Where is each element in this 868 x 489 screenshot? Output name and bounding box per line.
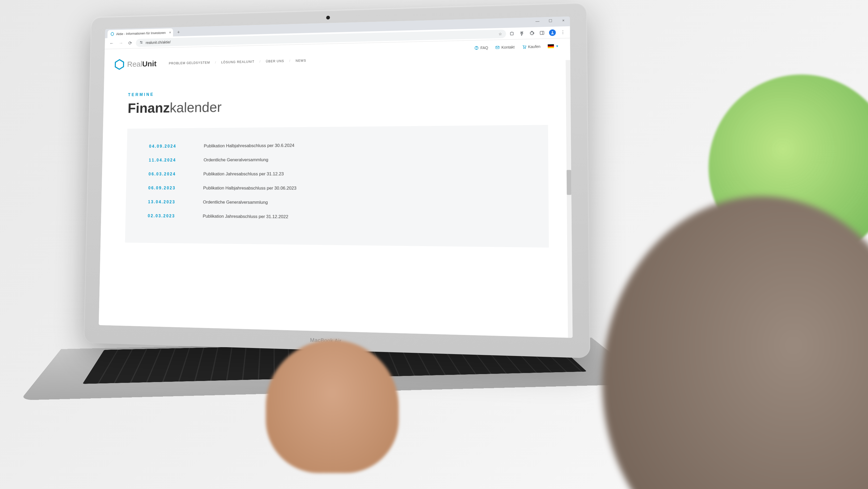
nav-divider: /	[289, 59, 290, 63]
toolbar-icons: ⋮	[509, 29, 566, 37]
calendar-row: 04.09.2024 Publikation Halbjahresabschlu…	[149, 142, 523, 149]
nav-news[interactable]: NEWS	[296, 59, 306, 63]
calendar-desc: Publikation Jahresabschluss per 31.12.20…	[203, 213, 288, 220]
calendar-date: 02.03.2023	[148, 213, 185, 219]
kontakt-label: Kontakt	[501, 45, 515, 50]
svg-point-13	[476, 49, 477, 49]
bookmark-star-icon[interactable]: ☆	[499, 32, 502, 36]
language-selector[interactable]: ▼	[548, 44, 559, 48]
calendar-desc: Publikation Halbjahresabschluss per 30.6…	[204, 143, 294, 149]
calendar-date: 06.03.2024	[149, 172, 186, 177]
cart-icon	[522, 45, 526, 49]
faq-link[interactable]: FAQ	[474, 46, 488, 50]
chevron-down-icon: ▼	[556, 45, 559, 48]
page-content: FAQ Kontakt Kaufen ▼	[99, 38, 573, 338]
calendar-panel: 04.09.2024 Publikation Halbjahresabschlu…	[125, 125, 549, 248]
calendar-date: 11.04.2024	[149, 158, 186, 163]
logo-text: RealUnit	[127, 59, 157, 69]
browser-tab[interactable]: Aktie - Informationen für Investoren ×	[107, 28, 173, 38]
nav-divider: /	[215, 61, 216, 64]
laptop-camera	[326, 16, 330, 20]
kebab-menu-icon[interactable]: ⋮	[560, 29, 566, 35]
svg-point-15	[524, 48, 524, 49]
svg-marker-17	[115, 60, 124, 69]
svg-point-4	[142, 42, 142, 44]
calendar-row: 13.04.2023 Ordentliche Generalversammlun…	[148, 199, 523, 206]
maximize-button[interactable]: ☐	[544, 17, 557, 25]
calendar-date: 04.09.2024	[149, 144, 186, 149]
svg-point-3	[140, 41, 141, 42]
side-panel-icon[interactable]	[539, 30, 545, 36]
svg-point-11	[552, 31, 553, 32]
laptop: MacBook Air Aktie - Informationen für In…	[84, 2, 590, 358]
site-logo[interactable]: RealUnit	[114, 58, 157, 70]
calendar-date: 06.09.2023	[148, 186, 186, 191]
logo-hexagon-icon	[114, 59, 125, 70]
kaufen-label: Kaufen	[528, 45, 540, 49]
decorative-person	[602, 196, 868, 489]
favicon-icon	[110, 32, 114, 36]
nav-problem[interactable]: PROBLEM GELDSYSTEM	[169, 61, 210, 65]
extension-icon-1[interactable]	[509, 31, 515, 37]
mail-icon	[495, 45, 500, 50]
flag-de-icon	[548, 44, 554, 48]
calendar-row: 06.03.2024 Publikation Jahresabschluss p…	[149, 171, 523, 177]
tab-title: Aktie - Informationen für Investoren	[116, 31, 166, 36]
calendar-date: 13.04.2023	[148, 200, 186, 204]
reload-button[interactable]: ⟳	[126, 39, 133, 47]
forward-button[interactable]: →	[118, 40, 124, 47]
laptop-bezel: MacBook Air Aktie - Informationen für In…	[84, 2, 590, 358]
svg-rect-5	[510, 32, 513, 35]
svg-rect-9	[540, 31, 544, 35]
profile-avatar[interactable]	[549, 29, 556, 36]
nav-ueber-uns[interactable]: ÜBER UNS	[266, 59, 284, 63]
scrollbar[interactable]	[565, 60, 572, 338]
screen: Aktie - Informationen für Investoren × +…	[99, 17, 573, 338]
page-heading: Finanzkalender	[128, 94, 548, 116]
window-controls: — ☐ ×	[531, 17, 570, 25]
calendar-row: 06.09.2023 Publikation Halbjahresabschlu…	[148, 185, 523, 192]
back-button[interactable]: ←	[108, 40, 115, 47]
help-icon	[474, 46, 479, 50]
minimize-button[interactable]: —	[531, 17, 544, 25]
calendar-row: 11.04.2024 Ordentliche Generalversammlun…	[149, 156, 523, 163]
calendar-desc: Publikation Jahresabschluss per 31.12.23	[203, 171, 284, 177]
decorative-hand	[266, 340, 399, 473]
faq-label: FAQ	[480, 46, 488, 50]
calendar-desc: Ordentliche Generalversammlung	[204, 157, 269, 163]
scene: MacBook Air Aktie - Informationen für In…	[0, 0, 868, 489]
close-window-button[interactable]: ×	[557, 17, 570, 25]
site-info-icon[interactable]	[139, 40, 143, 45]
main-content: TERMINE Finanzkalender 04.09.2024 Publik…	[100, 66, 572, 253]
svg-point-16	[525, 48, 525, 49]
scroll-thumb[interactable]	[567, 170, 571, 195]
calendar-row: 02.03.2023 Publikation Jahresabschluss p…	[148, 213, 523, 221]
kontakt-link[interactable]: Kontakt	[495, 45, 515, 50]
calendar-desc: Publikation Halbjahresabschluss per 30.0…	[203, 185, 296, 191]
extension-icon-2[interactable]	[519, 30, 525, 36]
nav-divider: /	[259, 60, 261, 63]
tab-close-icon[interactable]: ×	[169, 30, 171, 34]
new-tab-button[interactable]: +	[175, 28, 182, 36]
extensions-puzzle-icon[interactable]	[529, 30, 535, 36]
svg-marker-0	[111, 32, 114, 36]
main-nav: PROBLEM GELDSYSTEM / LÖSUNG REALUNIT / Ü…	[169, 59, 306, 65]
nav-loesung[interactable]: LÖSUNG REALUNIT	[221, 60, 254, 64]
calendar-desc: Ordentliche Generalversammlung	[203, 200, 268, 205]
kaufen-link[interactable]: Kaufen	[522, 45, 540, 49]
